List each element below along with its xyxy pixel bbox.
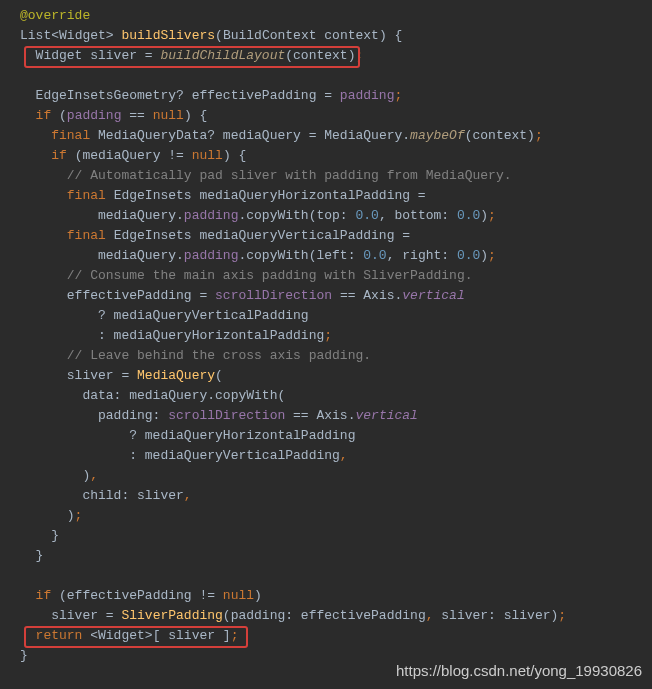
code-line: ? mediaQueryHorizontalPadding [0,426,652,446]
code-line: child: sliver, [0,486,652,506]
code-line: // Leave behind the cross axis padding. [0,346,652,366]
comment: // Consume the main axis padding with Sl… [67,268,473,283]
code-line: mediaQuery.padding.copyWith(left: 0.0, r… [0,246,652,266]
code-line [0,566,652,586]
code-line: padding: scrollDirection == Axis.vertica… [0,406,652,426]
code-line: sliver = MediaQuery( [0,366,652,386]
code-line: : mediaQueryVerticalPadding, [0,446,652,466]
code-line: // Consume the main axis padding with Sl… [0,266,652,286]
method-name: buildSlivers [121,28,215,43]
code-line: if (mediaQuery != null) { [0,146,652,166]
code-line: Widget sliver = buildChildLayout(context… [0,46,652,66]
code-line: } [0,546,652,566]
code-line: ), [0,466,652,486]
code-line: if (effectivePadding != null) [0,586,652,606]
code-line: : mediaQueryHorizontalPadding; [0,326,652,346]
annotation: @override [20,8,90,23]
code-line: final EdgeInsets mediaQueryVerticalPaddi… [0,226,652,246]
code-line: ); [0,506,652,526]
code-line: ? mediaQueryVerticalPadding [0,306,652,326]
code-line: return <Widget>[ sliver ]; [0,626,652,646]
code-line: if (padding == null) { [0,106,652,126]
comment: // Leave behind the cross axis padding. [67,348,371,363]
code-line: effectivePadding = scrollDirection == Ax… [0,286,652,306]
code-line: final MediaQueryData? mediaQuery = Media… [0,126,652,146]
code-line: mediaQuery.padding.copyWith(top: 0.0, bo… [0,206,652,226]
code-line: final EdgeInsets mediaQueryHorizontalPad… [0,186,652,206]
code-line: List<Widget> buildSlivers(BuildContext c… [0,26,652,46]
code-line: // Automatically pad sliver with padding… [0,166,652,186]
code-line: data: mediaQuery.copyWith( [0,386,652,406]
watermark-url: https://blog.csdn.net/yong_19930826 [396,661,642,681]
comment: // Automatically pad sliver with padding… [67,168,512,183]
code-line [0,66,652,86]
code-line: sliver = SliverPadding(padding: effectiv… [0,606,652,626]
code-line: EdgeInsetsGeometry? effectivePadding = p… [0,86,652,106]
code-line: } [0,526,652,546]
code-line: @override [0,6,652,26]
code-editor[interactable]: @override List<Widget> buildSlivers(Buil… [0,6,652,666]
